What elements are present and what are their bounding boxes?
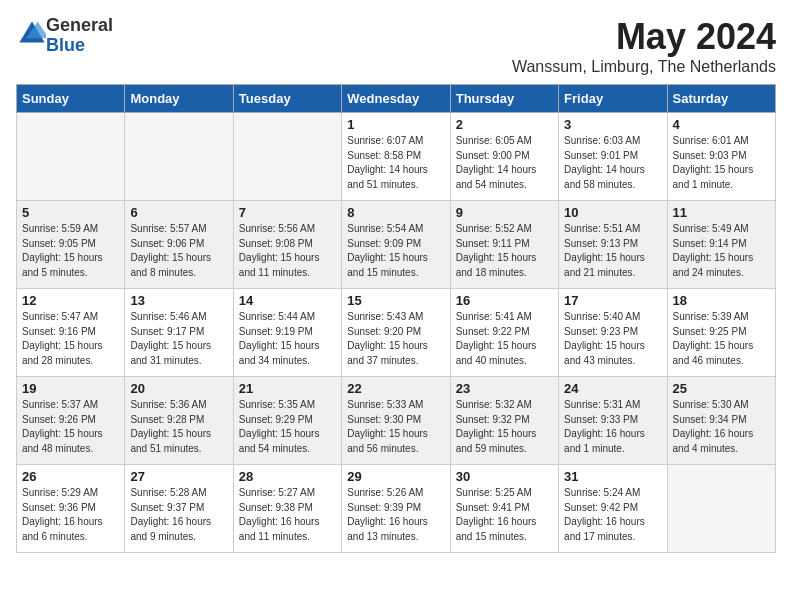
calendar-cell: 27Sunrise: 5:28 AM Sunset: 9:37 PM Dayli… bbox=[125, 465, 233, 553]
day-info: Sunrise: 5:57 AM Sunset: 9:06 PM Dayligh… bbox=[130, 222, 227, 280]
calendar-cell: 25Sunrise: 5:30 AM Sunset: 9:34 PM Dayli… bbox=[667, 377, 775, 465]
day-info: Sunrise: 5:43 AM Sunset: 9:20 PM Dayligh… bbox=[347, 310, 444, 368]
calendar-cell: 30Sunrise: 5:25 AM Sunset: 9:41 PM Dayli… bbox=[450, 465, 558, 553]
logo-text: General Blue bbox=[46, 16, 113, 56]
day-info: Sunrise: 5:33 AM Sunset: 9:30 PM Dayligh… bbox=[347, 398, 444, 456]
day-info: Sunrise: 5:56 AM Sunset: 9:08 PM Dayligh… bbox=[239, 222, 336, 280]
day-info: Sunrise: 5:44 AM Sunset: 9:19 PM Dayligh… bbox=[239, 310, 336, 368]
day-number: 29 bbox=[347, 469, 444, 484]
day-info: Sunrise: 5:25 AM Sunset: 9:41 PM Dayligh… bbox=[456, 486, 553, 544]
calendar-cell: 5Sunrise: 5:59 AM Sunset: 9:05 PM Daylig… bbox=[17, 201, 125, 289]
day-number: 20 bbox=[130, 381, 227, 396]
calendar-cell: 3Sunrise: 6:03 AM Sunset: 9:01 PM Daylig… bbox=[559, 113, 667, 201]
day-number: 31 bbox=[564, 469, 661, 484]
calendar-cell: 23Sunrise: 5:32 AM Sunset: 9:32 PM Dayli… bbox=[450, 377, 558, 465]
calendar-cell: 12Sunrise: 5:47 AM Sunset: 9:16 PM Dayli… bbox=[17, 289, 125, 377]
day-info: Sunrise: 5:39 AM Sunset: 9:25 PM Dayligh… bbox=[673, 310, 770, 368]
day-info: Sunrise: 5:54 AM Sunset: 9:09 PM Dayligh… bbox=[347, 222, 444, 280]
day-info: Sunrise: 5:24 AM Sunset: 9:42 PM Dayligh… bbox=[564, 486, 661, 544]
weekday-header: Tuesday bbox=[233, 85, 341, 113]
day-info: Sunrise: 5:32 AM Sunset: 9:32 PM Dayligh… bbox=[456, 398, 553, 456]
logo-icon bbox=[18, 20, 46, 48]
day-info: Sunrise: 6:01 AM Sunset: 9:03 PM Dayligh… bbox=[673, 134, 770, 192]
day-number: 23 bbox=[456, 381, 553, 396]
day-info: Sunrise: 5:47 AM Sunset: 9:16 PM Dayligh… bbox=[22, 310, 119, 368]
day-info: Sunrise: 5:51 AM Sunset: 9:13 PM Dayligh… bbox=[564, 222, 661, 280]
day-info: Sunrise: 6:05 AM Sunset: 9:00 PM Dayligh… bbox=[456, 134, 553, 192]
day-info: Sunrise: 5:46 AM Sunset: 9:17 PM Dayligh… bbox=[130, 310, 227, 368]
calendar-week-row: 12Sunrise: 5:47 AM Sunset: 9:16 PM Dayli… bbox=[17, 289, 776, 377]
day-number: 3 bbox=[564, 117, 661, 132]
day-number: 15 bbox=[347, 293, 444, 308]
day-number: 28 bbox=[239, 469, 336, 484]
day-number: 9 bbox=[456, 205, 553, 220]
day-info: Sunrise: 5:35 AM Sunset: 9:29 PM Dayligh… bbox=[239, 398, 336, 456]
weekday-header-row: SundayMondayTuesdayWednesdayThursdayFrid… bbox=[17, 85, 776, 113]
day-info: Sunrise: 5:28 AM Sunset: 9:37 PM Dayligh… bbox=[130, 486, 227, 544]
day-info: Sunrise: 5:30 AM Sunset: 9:34 PM Dayligh… bbox=[673, 398, 770, 456]
calendar-week-row: 26Sunrise: 5:29 AM Sunset: 9:36 PM Dayli… bbox=[17, 465, 776, 553]
calendar-cell: 8Sunrise: 5:54 AM Sunset: 9:09 PM Daylig… bbox=[342, 201, 450, 289]
day-number: 30 bbox=[456, 469, 553, 484]
weekday-header: Sunday bbox=[17, 85, 125, 113]
calendar-cell: 24Sunrise: 5:31 AM Sunset: 9:33 PM Dayli… bbox=[559, 377, 667, 465]
page-header: General Blue May 2024 Wanssum, Limburg, … bbox=[16, 16, 776, 76]
calendar-cell: 1Sunrise: 6:07 AM Sunset: 8:58 PM Daylig… bbox=[342, 113, 450, 201]
day-number: 7 bbox=[239, 205, 336, 220]
day-number: 18 bbox=[673, 293, 770, 308]
day-number: 14 bbox=[239, 293, 336, 308]
day-info: Sunrise: 5:40 AM Sunset: 9:23 PM Dayligh… bbox=[564, 310, 661, 368]
day-info: Sunrise: 5:36 AM Sunset: 9:28 PM Dayligh… bbox=[130, 398, 227, 456]
calendar-week-row: 19Sunrise: 5:37 AM Sunset: 9:26 PM Dayli… bbox=[17, 377, 776, 465]
calendar-cell: 9Sunrise: 5:52 AM Sunset: 9:11 PM Daylig… bbox=[450, 201, 558, 289]
day-info: Sunrise: 5:41 AM Sunset: 9:22 PM Dayligh… bbox=[456, 310, 553, 368]
day-info: Sunrise: 5:26 AM Sunset: 9:39 PM Dayligh… bbox=[347, 486, 444, 544]
calendar-cell: 4Sunrise: 6:01 AM Sunset: 9:03 PM Daylig… bbox=[667, 113, 775, 201]
day-number: 21 bbox=[239, 381, 336, 396]
calendar-cell: 16Sunrise: 5:41 AM Sunset: 9:22 PM Dayli… bbox=[450, 289, 558, 377]
day-number: 19 bbox=[22, 381, 119, 396]
calendar: SundayMondayTuesdayWednesdayThursdayFrid… bbox=[16, 84, 776, 553]
calendar-cell: 17Sunrise: 5:40 AM Sunset: 9:23 PM Dayli… bbox=[559, 289, 667, 377]
day-number: 12 bbox=[22, 293, 119, 308]
calendar-cell: 13Sunrise: 5:46 AM Sunset: 9:17 PM Dayli… bbox=[125, 289, 233, 377]
day-info: Sunrise: 6:03 AM Sunset: 9:01 PM Dayligh… bbox=[564, 134, 661, 192]
day-number: 4 bbox=[673, 117, 770, 132]
calendar-week-row: 1Sunrise: 6:07 AM Sunset: 8:58 PM Daylig… bbox=[17, 113, 776, 201]
day-info: Sunrise: 5:27 AM Sunset: 9:38 PM Dayligh… bbox=[239, 486, 336, 544]
calendar-cell: 19Sunrise: 5:37 AM Sunset: 9:26 PM Dayli… bbox=[17, 377, 125, 465]
day-number: 24 bbox=[564, 381, 661, 396]
weekday-header: Wednesday bbox=[342, 85, 450, 113]
calendar-cell: 20Sunrise: 5:36 AM Sunset: 9:28 PM Dayli… bbox=[125, 377, 233, 465]
calendar-cell: 14Sunrise: 5:44 AM Sunset: 9:19 PM Dayli… bbox=[233, 289, 341, 377]
calendar-cell: 22Sunrise: 5:33 AM Sunset: 9:30 PM Dayli… bbox=[342, 377, 450, 465]
title-block: May 2024 Wanssum, Limburg, The Netherlan… bbox=[512, 16, 776, 76]
day-info: Sunrise: 5:52 AM Sunset: 9:11 PM Dayligh… bbox=[456, 222, 553, 280]
calendar-cell: 15Sunrise: 5:43 AM Sunset: 9:20 PM Dayli… bbox=[342, 289, 450, 377]
calendar-cell: 29Sunrise: 5:26 AM Sunset: 9:39 PM Dayli… bbox=[342, 465, 450, 553]
day-number: 16 bbox=[456, 293, 553, 308]
calendar-cell bbox=[233, 113, 341, 201]
day-number: 13 bbox=[130, 293, 227, 308]
day-number: 27 bbox=[130, 469, 227, 484]
day-number: 10 bbox=[564, 205, 661, 220]
day-info: Sunrise: 5:59 AM Sunset: 9:05 PM Dayligh… bbox=[22, 222, 119, 280]
weekday-header: Thursday bbox=[450, 85, 558, 113]
calendar-cell: 21Sunrise: 5:35 AM Sunset: 9:29 PM Dayli… bbox=[233, 377, 341, 465]
calendar-cell: 2Sunrise: 6:05 AM Sunset: 9:00 PM Daylig… bbox=[450, 113, 558, 201]
calendar-cell: 6Sunrise: 5:57 AM Sunset: 9:06 PM Daylig… bbox=[125, 201, 233, 289]
logo: General Blue bbox=[16, 16, 113, 56]
day-info: Sunrise: 5:49 AM Sunset: 9:14 PM Dayligh… bbox=[673, 222, 770, 280]
calendar-cell: 28Sunrise: 5:27 AM Sunset: 9:38 PM Dayli… bbox=[233, 465, 341, 553]
weekday-header: Saturday bbox=[667, 85, 775, 113]
day-number: 11 bbox=[673, 205, 770, 220]
calendar-cell bbox=[125, 113, 233, 201]
location: Wanssum, Limburg, The Netherlands bbox=[512, 58, 776, 76]
day-info: Sunrise: 6:07 AM Sunset: 8:58 PM Dayligh… bbox=[347, 134, 444, 192]
day-number: 2 bbox=[456, 117, 553, 132]
calendar-cell: 18Sunrise: 5:39 AM Sunset: 9:25 PM Dayli… bbox=[667, 289, 775, 377]
day-number: 1 bbox=[347, 117, 444, 132]
month-title: May 2024 bbox=[512, 16, 776, 58]
day-number: 6 bbox=[130, 205, 227, 220]
day-number: 22 bbox=[347, 381, 444, 396]
